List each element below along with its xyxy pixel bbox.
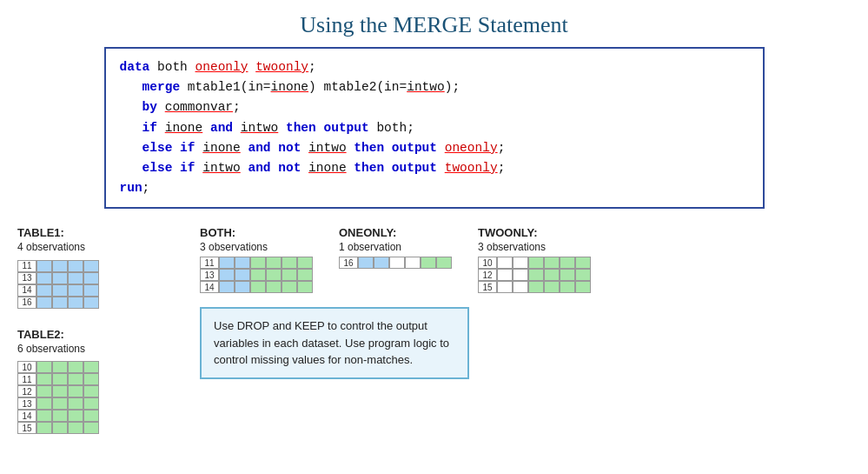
grid-row: 16 bbox=[17, 297, 99, 309]
cell bbox=[36, 361, 52, 373]
cell bbox=[68, 297, 83, 309]
grid-row: 14 bbox=[17, 410, 99, 422]
cell bbox=[36, 410, 52, 422]
grid-row: 13 bbox=[200, 269, 313, 281]
twoonly-label: TWOONLY: bbox=[478, 226, 591, 239]
grid-row: 10 bbox=[478, 257, 591, 269]
grid-row: 10 bbox=[17, 361, 99, 373]
cell bbox=[52, 397, 68, 410]
cell-num: 10 bbox=[17, 361, 36, 373]
twoonly-grid: 10 12 bbox=[478, 257, 591, 293]
cell bbox=[52, 260, 68, 272]
code-line-5: else if inone and not intwo then output … bbox=[120, 138, 749, 158]
cell bbox=[83, 297, 99, 309]
results-column: BOTH: 3 observations 11 13 bbox=[182, 226, 851, 434]
cell bbox=[52, 373, 68, 385]
cell bbox=[36, 422, 52, 434]
cell bbox=[68, 260, 83, 272]
grid-row: 12 bbox=[17, 385, 99, 397]
table1-obs: 4 observations bbox=[17, 241, 182, 253]
cell-num: 14 bbox=[17, 410, 36, 422]
cell-num: 14 bbox=[17, 284, 36, 297]
cell bbox=[36, 284, 52, 297]
cell bbox=[36, 272, 52, 284]
code-line-4: if inone and intwo then output both; bbox=[120, 118, 749, 138]
cell-num: 16 bbox=[17, 297, 36, 309]
cell bbox=[52, 385, 68, 397]
grid-row: 11 bbox=[17, 373, 99, 385]
cell bbox=[52, 422, 68, 434]
code-line-2: merge mtable1(in=inone) mtable2(in=intwo… bbox=[120, 77, 749, 97]
bottom-section: TABLE1: 4 observations 11 13 bbox=[0, 216, 868, 434]
cell-num: 11 bbox=[17, 373, 36, 385]
cell-num: 16 bbox=[339, 257, 358, 269]
oneonly-block: ONEONLY: 1 observation 16 bbox=[339, 226, 452, 269]
grid-row: 15 bbox=[478, 281, 591, 293]
cell bbox=[52, 284, 68, 297]
cell bbox=[36, 373, 52, 385]
cell bbox=[36, 397, 52, 410]
cell bbox=[83, 397, 99, 410]
oneonly-grid: 16 bbox=[339, 257, 452, 269]
code-line-6: else if intwo and not inone then output … bbox=[120, 158, 749, 178]
cell bbox=[36, 260, 52, 272]
cell-num: 12 bbox=[478, 269, 497, 281]
cell-num: 11 bbox=[200, 257, 219, 269]
grid-row: 11 bbox=[17, 260, 99, 272]
code-block: data both oneonly twoonly; merge mtable1… bbox=[104, 47, 765, 209]
code-line-1: data both oneonly twoonly; bbox=[120, 57, 749, 77]
cell bbox=[52, 297, 68, 309]
grid-row: 15 bbox=[17, 422, 99, 434]
grid-row: 13 bbox=[17, 397, 99, 410]
result-row-top: BOTH: 3 observations 11 13 bbox=[200, 226, 851, 293]
grid-row: 14 bbox=[200, 281, 313, 293]
table2-obs: 6 observations bbox=[17, 343, 182, 355]
cell-num: 13 bbox=[17, 397, 36, 410]
cell-num: 15 bbox=[17, 422, 36, 434]
cell bbox=[68, 422, 83, 434]
cell-num: 12 bbox=[17, 385, 36, 397]
cell bbox=[68, 373, 83, 385]
cell bbox=[36, 385, 52, 397]
cell bbox=[68, 284, 83, 297]
twoonly-obs: 3 observations bbox=[478, 241, 591, 253]
both-block: BOTH: 3 observations 11 13 bbox=[200, 226, 313, 293]
cell-num: 13 bbox=[200, 269, 219, 281]
both-grid: 11 13 bbox=[200, 257, 313, 293]
grid-row: 11 bbox=[200, 257, 313, 269]
grid-row: 14 bbox=[17, 284, 99, 297]
code-line-7: run; bbox=[120, 178, 749, 198]
twoonly-block: TWOONLY: 3 observations 10 12 bbox=[478, 226, 591, 293]
cell-num: 10 bbox=[478, 257, 497, 269]
table1-section: TABLE1: 4 observations 11 13 bbox=[17, 226, 182, 309]
table2-section: TABLE2: 6 observations 10 11 bbox=[17, 328, 182, 435]
grid-row: 13 bbox=[17, 272, 99, 284]
cell bbox=[83, 284, 99, 297]
cell-num: 11 bbox=[17, 260, 36, 272]
cell bbox=[68, 397, 83, 410]
cell-num: 13 bbox=[17, 272, 36, 284]
cell bbox=[83, 385, 99, 397]
cell bbox=[52, 272, 68, 284]
cell bbox=[83, 361, 99, 373]
both-obs: 3 observations bbox=[200, 241, 313, 253]
table1-label: TABLE1: bbox=[17, 226, 182, 239]
table2-label: TABLE2: bbox=[17, 328, 182, 341]
cell bbox=[52, 410, 68, 422]
page-title: Using the MERGE Statement bbox=[0, 0, 868, 47]
cell bbox=[83, 410, 99, 422]
cell bbox=[83, 272, 99, 284]
cell bbox=[52, 361, 68, 373]
cell-num: 14 bbox=[200, 281, 219, 293]
cell bbox=[68, 361, 83, 373]
table1-grid: 11 13 14 bbox=[17, 260, 99, 309]
grid-row: 16 bbox=[339, 257, 452, 269]
cell bbox=[68, 272, 83, 284]
code-line-3: by commonvar; bbox=[120, 97, 749, 117]
grid-row: 12 bbox=[478, 269, 591, 281]
tip-box: Use DROP and KEEP to control the output … bbox=[200, 307, 469, 379]
cell bbox=[68, 410, 83, 422]
cell bbox=[83, 260, 99, 272]
cell bbox=[83, 422, 99, 434]
oneonly-obs: 1 observation bbox=[339, 241, 452, 253]
